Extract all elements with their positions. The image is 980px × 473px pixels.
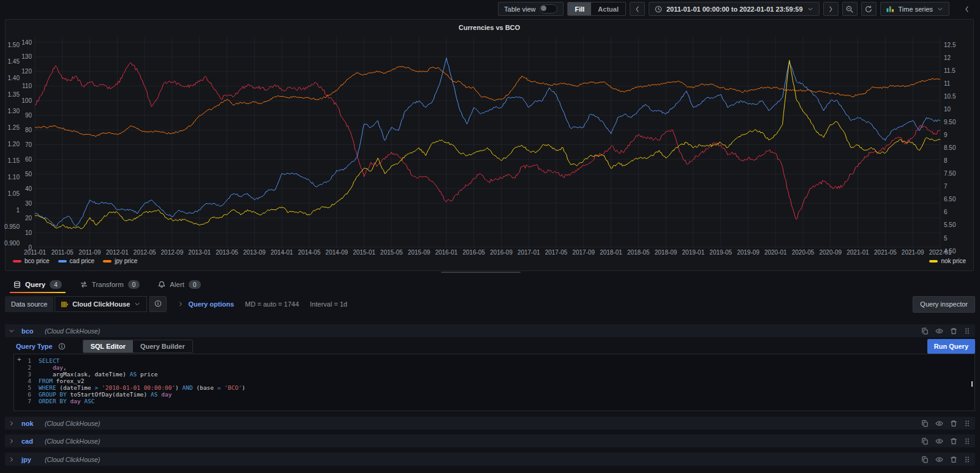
line-number: 3 [14,371,39,378]
legend-label: nok price [941,258,966,264]
chevron-left-icon [964,6,970,13]
expand-caret-icon[interactable] [9,456,18,463]
legend-item-jpy[interactable]: jpy price [103,258,137,264]
cursor-ruler-mark [971,381,973,387]
panel-editor-tabs: Query4Transform0Alert0 [6,276,208,293]
info-icon [58,343,66,350]
sql-line[interactable]: 6GROUP BY toStartOfDay(dateTime) AS day [14,391,974,398]
chevron-right-icon [178,301,184,307]
legend-item-bco[interactable]: bco price [13,258,50,264]
drag-handle-icon[interactable] [964,456,970,463]
toggle-visibility-icon[interactable] [935,438,943,445]
sql-line[interactable]: 1SELECT [14,357,974,364]
query-datasource: (Cloud ClickHouse) [45,438,100,445]
datasource-picker[interactable]: Cloud ClickHouse [55,296,147,312]
query-type-row: Query Type SQL Editor Query Builder Run … [5,339,975,354]
panel-title: Currencies vs BCO [6,24,973,31]
delete-query-icon[interactable] [950,420,957,427]
legend-label: cad price [70,258,95,264]
line-number: 4 [14,378,39,384]
line-number: 5 [14,384,39,391]
sql-editor[interactable]: + 1SELECT2 day,3 argMax(ask, dateTime) A… [13,354,975,411]
delete-query-icon[interactable] [950,456,957,463]
time-shift-back-button[interactable] [630,2,645,16]
query-row-cad[interactable]: cad(Cloud ClickHouse) [5,434,975,447]
run-query-button[interactable]: Run Query [927,339,975,354]
toggle-visibility-icon[interactable] [935,456,943,463]
query-datasource: (Cloud ClickHouse) [45,327,100,335]
sql-line[interactable]: 5WHERE (dateTime > '2010-01-01 00:00:00'… [14,384,974,391]
legend-label: jpy price [115,258,137,264]
duplicate-query-icon[interactable] [921,420,929,427]
delete-query-icon[interactable] [950,327,957,335]
query-name: bco [21,327,42,335]
legend-swatch [13,260,21,263]
query-inspector-button[interactable]: Query inspector [913,296,975,313]
query-type-label: Query Type [16,343,53,350]
query-datasource: (Cloud ClickHouse) [45,420,100,427]
panel-resize-handle[interactable] [441,272,521,273]
timeseries-panel: Currencies vs BCO bco pricecad pricejpy … [5,19,974,271]
sql-editor-tab[interactable]: SQL Editor [83,340,133,352]
fill-button[interactable]: Fill [568,2,591,15]
caret-down-icon [937,6,943,12]
editor-mode-tabs: SQL Editor Query Builder [83,340,193,353]
clock-icon [655,6,662,13]
tab-transform[interactable]: Transform0 [73,276,148,293]
tab-label: Alert [170,281,184,288]
table-view-switch[interactable] [540,4,557,13]
table-view-label: Table view [504,6,535,13]
datasource-label: Data source [5,296,53,312]
interval-text: Interval = 1d [310,300,347,308]
collapse-panel-options-button[interactable] [959,2,974,16]
delete-query-icon[interactable] [950,438,957,445]
actual-button[interactable]: Actual [591,2,625,15]
tab-count-badge: 0 [189,280,201,289]
bell-icon [158,281,165,288]
legend-item-cad[interactable]: cad price [58,258,95,264]
legend-swatch [929,260,938,263]
time-range-picker[interactable]: 2011-01-01 00:00:00 to 2022-01-01 23:59:… [649,2,820,16]
sql-line[interactable]: 4FROM forex_v2 [14,378,974,384]
refresh-button[interactable] [861,2,876,16]
caret-down-icon [807,6,813,12]
duplicate-query-icon[interactable] [921,327,929,335]
query-row-jpy[interactable]: jpy(Cloud ClickHouse) [5,453,975,466]
toggle-visibility-icon[interactable] [935,420,943,427]
query-row-nok[interactable]: nok(Cloud ClickHouse) [5,417,975,430]
sql-line[interactable]: 3 argMax(ask, dateTime) AS price [14,371,974,378]
sql-line[interactable]: 2 day, [14,364,974,371]
query-builder-tab[interactable]: Query Builder [133,340,192,352]
legend-item-nok[interactable]: nok price [929,258,966,264]
refresh-icon [865,6,872,13]
tab-alert[interactable]: Alert0 [151,276,208,293]
time-shift-forward-button[interactable] [823,2,839,16]
datasource-info-button[interactable] [149,296,167,312]
chevron-left-icon [635,6,640,13]
legend-right-group: nok price [929,258,967,264]
visualization-picker[interactable]: Time series [880,2,949,16]
expand-caret-icon[interactable] [9,438,18,444]
expand-caret-icon[interactable] [9,328,18,334]
add-line-icon[interactable]: + [17,356,21,363]
drag-handle-icon[interactable] [964,327,970,335]
drag-handle-icon[interactable] [964,420,970,427]
legend-left-group: bco pricecad pricejpy price [13,258,146,264]
toggle-visibility-icon[interactable] [935,327,943,335]
fill-actual-segment: Fill Actual [567,2,626,16]
legend-label: bco price [24,258,50,264]
query-name: jpy [21,456,42,463]
zoom-out-button[interactable] [842,2,858,16]
duplicate-query-icon[interactable] [921,438,929,445]
sql-code[interactable]: 1SELECT2 day,3 argMax(ask, dateTime) AS … [14,354,974,404]
drag-handle-icon[interactable] [964,438,970,445]
table-view-control[interactable]: Table view [498,2,564,16]
legend-swatch [103,260,111,263]
query-row-bco[interactable]: bco(Cloud ClickHouse) [5,324,975,337]
duplicate-query-icon[interactable] [921,456,929,463]
toggle-knob [541,6,546,11]
sql-line[interactable]: 7ORDER BY day ASC [14,398,974,404]
expand-caret-icon[interactable] [9,420,18,426]
tab-query[interactable]: Query4 [6,276,69,293]
query-options-toggle[interactable]: Query options [178,300,234,308]
